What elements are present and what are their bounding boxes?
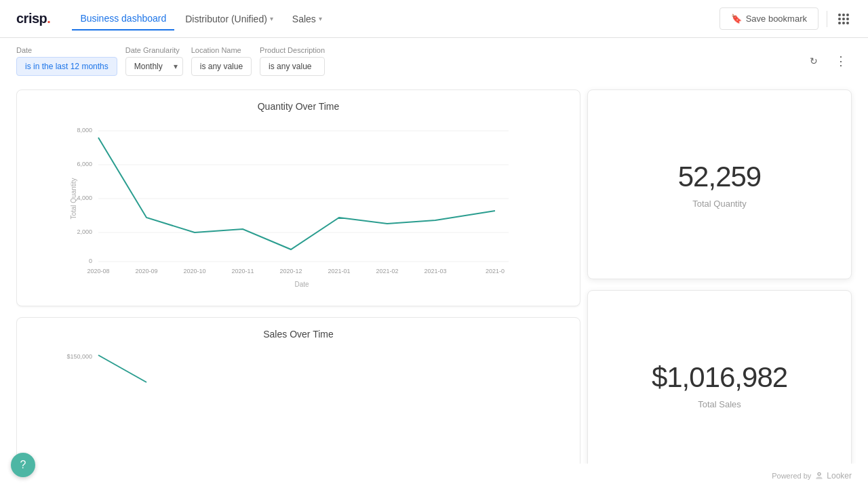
chevron-down-icon: ▾ [270, 15, 273, 22]
header-divider [827, 11, 827, 27]
refresh-icon: ↻ [810, 56, 818, 66]
looker-logo: Looker [814, 470, 852, 481]
powered-by-text: Powered by [772, 472, 811, 480]
sales-chart-svg: $150,000 [28, 345, 569, 399]
date-filter-value: is in the last 12 months [25, 62, 108, 71]
more-options-icon: ⋮ [835, 54, 848, 68]
svg-point-6 [818, 473, 821, 475]
nav-label-business-dashboard: Business dashboard [80, 13, 166, 24]
granularity-filter-group: Date Granularity Monthly Weekly Daily [125, 46, 183, 76]
filters-bar: Date is in the last 12 months Date Granu… [0, 38, 868, 84]
looker-icon [814, 470, 825, 481]
x-label-2021-02: 2021-02 [376, 268, 398, 274]
y-axis-title: Total Quantity [70, 178, 77, 219]
main-content: Quantity Over Time 8,000 6,000 4,000 2,0… [0, 84, 868, 485]
y-label-4000: 4,000 [77, 195, 92, 201]
sales-chart-title: Sales Over Time [28, 329, 569, 340]
x-label-2020-10: 2020-10 [183, 268, 205, 274]
sales-chart-panel: Sales Over Time $150,000 [16, 317, 580, 480]
location-filter-label: Location Name [191, 46, 252, 54]
x-label-2020-09: 2020-09 [135, 268, 157, 274]
quantity-chart-svg: 8,000 6,000 4,000 2,000 0 Total Quantity [28, 117, 569, 293]
total-quantity-value: 52,259 [678, 161, 761, 193]
powered-by: Powered by Looker [772, 470, 852, 481]
nav-label-distributor: Distributor (Unified) [185, 14, 267, 24]
looker-text: Looker [827, 471, 852, 481]
nav-item-business-dashboard[interactable]: Business dashboard [72, 7, 174, 30]
product-filter-group: Product Description is any value [260, 46, 325, 76]
sales-line [98, 355, 146, 382]
filter-actions: ↻ ⋮ [803, 50, 852, 72]
y-label-8000: 8,000 [77, 127, 92, 134]
x-label-2021-01: 2021-01 [328, 268, 350, 274]
total-quantity-card: 52,259 Total Quantity [587, 89, 852, 279]
granularity-select-wrapper: Monthly Weekly Daily [125, 57, 183, 76]
y-label-6000: 6,000 [77, 161, 92, 167]
more-options-button[interactable]: ⋮ [830, 50, 852, 72]
save-bookmark-button[interactable]: 🔖 Save bookmark [719, 7, 818, 30]
charts-column: Quantity Over Time 8,000 6,000 4,000 2,0… [16, 89, 580, 480]
quantity-chart-title: Quantity Over Time [28, 101, 569, 112]
quantity-chart-panel: Quantity Over Time 8,000 6,000 4,000 2,0… [16, 89, 580, 306]
help-button[interactable]: ? [11, 453, 35, 477]
nav-item-sales[interactable]: Sales ▾ [284, 8, 330, 30]
product-filter-chip[interactable]: is any value [260, 57, 325, 76]
nav-item-distributor[interactable]: Distributor (Unified) ▾ [177, 8, 281, 30]
total-sales-label: Total Sales [698, 399, 741, 409]
total-sales-value: $1,016,982 [652, 361, 787, 394]
x-label-2021-0: 2021-0 [486, 268, 505, 274]
location-filter-chip[interactable]: is any value [191, 57, 252, 76]
chevron-down-icon: ▾ [319, 15, 322, 22]
kpi-column: 52,259 Total Quantity $1,016,982 Total S… [587, 89, 852, 480]
product-filter-label: Product Description [260, 46, 325, 54]
product-filter-value: is any value [269, 62, 311, 71]
total-quantity-label: Total Quantity [692, 199, 747, 209]
location-filter-value: is any value [200, 62, 243, 71]
help-icon: ? [20, 459, 26, 471]
x-label-2021-03: 2021-03 [424, 268, 446, 274]
date-filter-chip[interactable]: is in the last 12 months [16, 57, 117, 76]
quantity-chart-svg-wrapper: 8,000 6,000 4,000 2,000 0 Total Quantity [28, 117, 569, 287]
header: crisp. Business dashboard Distributor (U… [0, 0, 868, 38]
nav-bar: Business dashboard Distributor (Unified)… [72, 7, 719, 30]
location-filter-group: Location Name is any value [191, 46, 252, 76]
refresh-button[interactable]: ↻ [803, 50, 825, 72]
header-actions: 🔖 Save bookmark [719, 7, 852, 30]
granularity-select[interactable]: Monthly Weekly Daily [125, 57, 183, 76]
x-axis-title: Date [294, 281, 309, 288]
granularity-filter-label: Date Granularity [125, 46, 183, 54]
x-label-2020-08: 2020-08 [87, 268, 109, 274]
sales-chart-preview: $150,000 [28, 345, 569, 399]
logo-dot: . [47, 11, 50, 26]
bottom-bar: Powered by Looker [0, 464, 868, 488]
apps-grid-icon[interactable] [835, 11, 852, 27]
y-label-2000: 2,000 [77, 228, 92, 235]
x-label-2020-12: 2020-12 [279, 268, 302, 274]
total-sales-card: $1,016,982 Total Sales [587, 290, 852, 480]
x-label-2020-11: 2020-11 [231, 268, 254, 274]
nav-label-sales: Sales [292, 14, 316, 24]
bookmark-icon: 🔖 [731, 14, 742, 24]
sales-y-label: $150,000 [66, 353, 92, 360]
save-bookmark-label: Save bookmark [746, 14, 807, 24]
date-filter-label: Date [16, 46, 117, 54]
y-label-0: 0 [89, 258, 92, 264]
app-logo: crisp. [16, 11, 50, 26]
date-filter-group: Date is in the last 12 months [16, 46, 117, 76]
